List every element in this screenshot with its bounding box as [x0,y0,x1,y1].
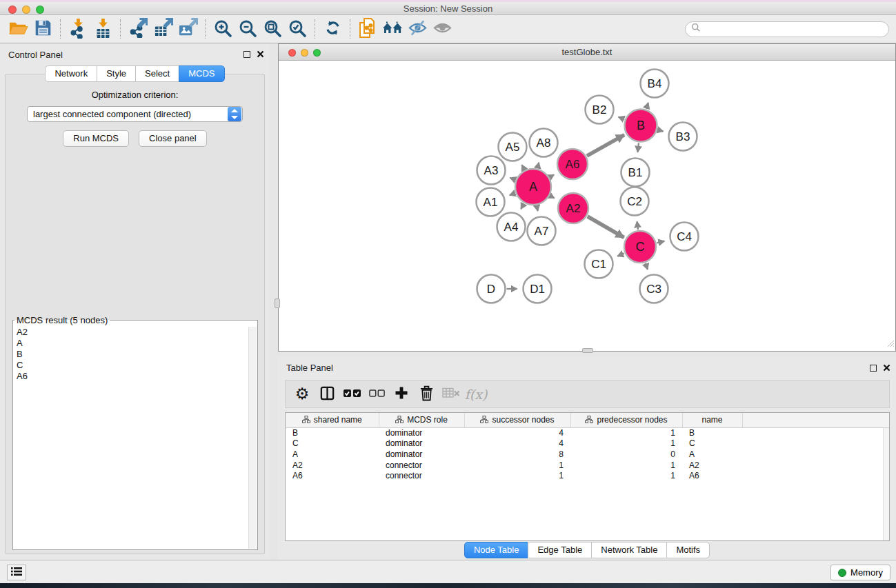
show-all-networks-button[interactable] [380,17,405,41]
table-cell[interactable]: connector [379,470,464,481]
edge-A-A2[interactable] [550,196,555,198]
column-header-successor-nodes[interactable]: successor nodes [464,413,570,427]
node-A4[interactable]: A4 [497,213,526,241]
table-row[interactable]: Bdominator41B [286,427,889,438]
edge-B-B1[interactable] [637,143,639,152]
criterion-dropdown[interactable]: largest connected component (directed) [27,106,243,122]
show-columns-button[interactable] [316,383,338,406]
table-cell[interactable]: 1 [570,438,682,449]
node-C1[interactable]: C1 [585,250,613,278]
float-table-panel-icon[interactable] [870,365,877,372]
node-A2[interactable]: A2 [558,193,588,223]
mcds-result-scrollbar[interactable] [248,327,257,549]
edge-A-A5[interactable] [522,165,525,170]
table-cell[interactable]: B [286,427,379,438]
refresh-button[interactable] [320,17,345,41]
search-input[interactable] [704,24,883,34]
node-B2[interactable]: B2 [586,96,614,124]
export-network-button[interactable] [126,17,150,41]
edge-A-A4[interactable] [521,204,524,210]
mcds-result-item[interactable]: A2 [14,327,248,338]
table-cell[interactable]: A [286,449,379,460]
network-vertical-scrollbar[interactable] [275,298,280,308]
node-A7[interactable]: A7 [528,217,556,245]
network-graph[interactable]: AA1A2A3A4A5A6A7A8BB1B2B3B4CC1C2C3C4DD1 [279,61,895,351]
node-D1[interactable]: D1 [524,275,552,303]
table-cell[interactable]: A6 [682,470,742,481]
edge-A2-C[interactable] [588,216,624,238]
export-image-button[interactable] [175,17,200,41]
import-network-button[interactable] [66,17,90,41]
tab-network[interactable]: Network [45,65,97,82]
node-A[interactable]: A [515,169,551,205]
network-from-selection-button[interactable] [355,17,380,41]
edge-B-B3[interactable] [658,130,664,131]
table-settings-gear-button[interactable]: ⚙ [291,383,313,406]
column-header-name[interactable]: name [682,413,742,427]
task-history-button[interactable] [7,565,26,580]
node-A1[interactable]: A1 [477,188,505,216]
node-D[interactable]: D [477,275,506,303]
table-cell[interactable]: A [682,449,742,460]
close-panel-icon[interactable] [257,48,264,61]
mcds-result-item[interactable]: C [14,360,248,371]
mcds-result-list[interactable]: A2ABCA6 [14,327,248,549]
node-A6[interactable]: A6 [557,149,588,179]
network-horizontal-scrollbar[interactable] [582,348,593,353]
table-cell[interactable]: A2 [286,460,379,471]
tab-style[interactable]: Style [97,65,136,82]
export-table-button[interactable] [150,17,175,41]
table-cell[interactable]: 1 [570,470,682,481]
node-B1[interactable]: B1 [621,159,650,187]
memory-button[interactable]: Memory [830,565,890,580]
node-A8[interactable]: A8 [530,129,558,157]
search-field[interactable] [685,21,889,37]
column-header-shared-name[interactable]: shared name [286,413,379,427]
edge-C-C1[interactable] [617,254,624,256]
edge-B-B2[interactable] [619,117,625,119]
zoom-fit-button[interactable] [260,17,285,41]
tab-select[interactable]: Select [135,65,179,82]
node-A5[interactable]: A5 [499,133,527,161]
close-table-panel-icon[interactable] [883,362,890,374]
table-cell[interactable]: dominator [379,438,464,449]
table-cell[interactable]: A6 [286,470,379,481]
node-B3[interactable]: B3 [669,123,697,151]
table-cell[interactable]: connector [379,460,464,471]
unselect-all-columns-button[interactable] [366,383,388,406]
table-cell[interactable]: 0 [570,449,682,460]
close-panel-button[interactable]: Close panel [139,130,207,147]
edge-A-A7[interactable] [537,206,537,211]
table-tab-edge-table[interactable]: Edge Table [528,542,592,558]
table-cell[interactable]: 1 [570,427,682,438]
mcds-result-item[interactable]: A6 [14,371,248,382]
node-C[interactable]: C [624,231,656,263]
network-canvas[interactable]: AA1A2A3A4A5A6A7A8BB1B2B3B4CC1C2C3C4DD1 [279,61,895,351]
table-row[interactable]: Adominator80A [286,449,889,460]
table-tab-node-table[interactable]: Node Table [464,542,529,558]
node-B4[interactable]: B4 [641,70,669,98]
edge-C-C4[interactable] [657,241,664,243]
table-cell[interactable]: 4 [464,427,570,438]
table-scrollbar[interactable] [883,428,889,540]
edge-B-B4[interactable] [646,103,648,109]
table-cell[interactable]: B [682,427,742,438]
resize-grip-icon[interactable] [887,338,895,350]
table-cell[interactable]: C [682,438,742,449]
zoom-out-button[interactable] [235,17,260,41]
zoom-selected-button[interactable] [285,17,310,41]
zoom-in-button[interactable] [210,17,235,41]
table-cell[interactable]: 8 [464,449,570,460]
edge-A-A1[interactable] [510,193,515,195]
edge-C-C3[interactable] [646,263,648,270]
select-all-columns-button[interactable] [341,383,363,406]
run-mcds-button[interactable]: Run MCDS [63,130,129,147]
table-tab-motifs[interactable]: Motifs [666,542,710,558]
add-column-button[interactable] [390,383,412,406]
open-session-button[interactable] [6,17,30,41]
table-cell[interactable]: 4 [464,438,570,449]
edge-A-A8[interactable] [537,163,539,168]
show-graphics-details-button[interactable] [430,17,455,41]
hide-graphics-details-button[interactable] [405,17,430,41]
table-cell[interactable]: 1 [464,460,570,471]
